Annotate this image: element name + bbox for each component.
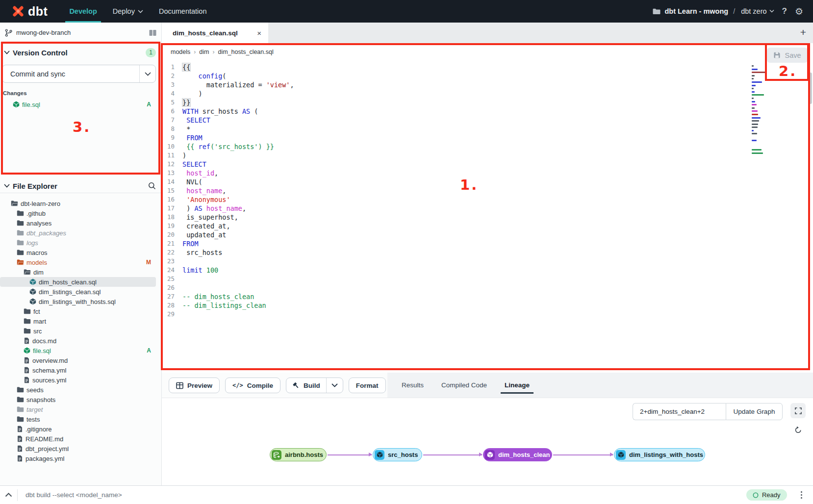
code-line[interactable]: 1{{ [162, 63, 745, 72]
code-line[interactable]: 26 [162, 283, 745, 292]
tab-lineage[interactable]: Lineage [504, 374, 531, 397]
file-tree-item[interactable]: mart [0, 316, 162, 326]
preview-button[interactable]: Preview [169, 378, 220, 393]
lineage-node-dim_hosts_clean[interactable]: dim_hosts_clean [483, 448, 552, 461]
code-line[interactable]: 2 config( [162, 72, 745, 80]
tab-compiled-code[interactable]: Compiled Code [440, 374, 488, 397]
file-tree-item[interactable]: target [0, 404, 162, 414]
fullscreen-button[interactable] [790, 403, 806, 418]
file-tree-item[interactable]: dim_hosts_clean.sql [0, 277, 156, 287]
file-tree-item[interactable]: file.sqlA [0, 346, 162, 355]
code-line[interactable]: 8 * [162, 125, 745, 133]
close-icon[interactable]: × [257, 29, 261, 37]
file-tree-item[interactable]: seeds [0, 385, 162, 395]
project-switcher[interactable]: dbt Learn - mwong / [653, 7, 736, 15]
nav-develop[interactable]: Develop [61, 0, 104, 23]
code-line[interactable]: 6WITH src_hosts AS ( [162, 107, 745, 116]
breadcrumb-file[interactable]: dim_hosts_clean.sql [218, 49, 273, 55]
save-button[interactable]: Save [767, 48, 808, 63]
code-line[interactable]: 21FROM [162, 239, 745, 248]
code-line[interactable]: 18 is_superhost, [162, 213, 745, 222]
file-tree-item[interactable]: snapshots [0, 395, 162, 404]
code-line[interactable]: 17 ) AS host_name, [162, 204, 745, 213]
code-line[interactable]: 15 host_name, [162, 186, 745, 195]
build-options-toggle[interactable] [326, 378, 343, 393]
file-tree-item[interactable]: docs.md [0, 336, 162, 346]
code-area[interactable]: 1{{2 config(3 materialized = 'view',4 )5… [162, 63, 745, 319]
breadcrumb-models[interactable]: models [171, 49, 190, 55]
new-tab-button[interactable]: + [800, 26, 806, 38]
file-tree-item[interactable]: schema.yml [0, 365, 162, 375]
code-line[interactable]: 4 ) [162, 89, 745, 98]
file-tree-item[interactable]: dim_listings_clean.sql [0, 287, 162, 297]
file-tree-item[interactable]: overview.md [0, 355, 162, 365]
format-button[interactable]: Format [349, 378, 386, 393]
file-tree-item[interactable]: logs [0, 238, 162, 248]
file-tree-item[interactable]: dim_listings_with_hosts.sql [0, 297, 162, 306]
lineage-node-dim_listings_with_hosts[interactable]: dim_listings_with_hosts [614, 448, 705, 461]
open-book-icon[interactable] [149, 29, 156, 36]
build-button[interactable]: Build [286, 378, 326, 393]
collapse-panel-icon[interactable] [5, 493, 12, 497]
tab-dim-hosts-clean[interactable]: dim_hosts_clean.sql × [162, 23, 268, 43]
branch-name[interactable]: mwong-dev-branch [16, 29, 71, 36]
file-tree-item[interactable]: packages.yml [0, 454, 162, 463]
code-line[interactable]: 14 NVL( [162, 177, 745, 186]
code-line[interactable]: 16 'Anonymous' [162, 195, 745, 204]
file-tree-item[interactable]: sources.yml [0, 375, 162, 385]
code-line[interactable]: 29 [162, 310, 745, 319]
file-tree-item[interactable]: modelsM [0, 257, 162, 267]
code-line[interactable]: 3 materialized = 'view', [162, 80, 745, 89]
code-line[interactable]: 12SELECT [162, 160, 745, 169]
breadcrumb-dim[interactable]: dim [199, 49, 209, 55]
code-line[interactable]: 11) [162, 151, 745, 160]
environment-switcher[interactable]: dbt zero [741, 7, 774, 15]
code-line[interactable]: 10 {{ ref('src_hosts') }} [162, 142, 745, 151]
lineage-node-airbnb-hosts[interactable]: airbnb.hosts [270, 448, 327, 461]
file-tree-item[interactable]: dbt-learn-zero [0, 199, 162, 208]
file-explorer-header[interactable]: File Explorer [0, 179, 162, 192]
code-line[interactable]: 28-- dim_listings_clean [162, 301, 745, 310]
reset-view-button[interactable] [790, 422, 806, 437]
gear-icon[interactable]: ⚙ [795, 6, 803, 17]
command-input[interactable]: dbt build --select <model_name> [25, 491, 746, 499]
update-graph-button[interactable]: Update Graph [726, 403, 783, 420]
code-line[interactable]: 20 updated_at [162, 230, 745, 239]
code-line[interactable]: 22 src_hosts [162, 248, 745, 257]
dbt-logo[interactable]: dbt [11, 4, 48, 19]
file-tree-item[interactable]: analyses [0, 218, 162, 228]
nav-deploy[interactable]: Deploy [105, 0, 151, 23]
file-tree-item[interactable]: src [0, 326, 162, 336]
code-line[interactable]: 24limit 100 [162, 266, 745, 275]
file-tree-item[interactable]: macros [0, 248, 162, 257]
tab-results[interactable]: Results [401, 374, 425, 397]
lineage-filter-input[interactable]: 2+dim_hosts_clean+2 [633, 403, 726, 420]
code-line[interactable]: 19 created_at, [162, 222, 745, 230]
editor-scrollbar[interactable] [809, 73, 812, 104]
code-line[interactable]: 9 FROM [162, 133, 745, 142]
file-tree-item[interactable]: .github [0, 208, 162, 218]
kebab-menu-icon[interactable] [801, 494, 803, 496]
minimap[interactable] [752, 65, 766, 159]
nav-documentation[interactable]: Documentation [151, 0, 215, 23]
file-tree-item[interactable]: tests [0, 414, 162, 424]
help-icon[interactable]: ? [779, 6, 790, 16]
file-tree-item[interactable]: dbt_project.yml [0, 444, 162, 454]
changed-file-row[interactable]: file.sql A [0, 99, 162, 110]
lineage-node-src_hosts[interactable]: src_hosts [373, 448, 422, 461]
code-line[interactable]: 23 [162, 257, 745, 266]
code-line[interactable]: 27-- dim_hosts_clean [162, 292, 745, 301]
file-tree-item[interactable]: fct [0, 306, 162, 316]
code-line[interactable]: 25 [162, 275, 745, 283]
commit-dropdown-toggle[interactable] [139, 65, 155, 82]
code-line[interactable]: 5}} [162, 98, 745, 107]
search-icon[interactable] [148, 182, 156, 190]
file-tree-item[interactable]: dim [0, 267, 162, 277]
file-tree-item[interactable]: dbt_packages [0, 228, 162, 238]
file-tree-item[interactable]: README.md [0, 434, 162, 444]
code-line[interactable]: 7 SELECT [162, 116, 745, 125]
version-control-header[interactable]: Version Control 1 [0, 47, 162, 58]
file-tree-item[interactable]: .gitignore [0, 424, 162, 434]
compile-button[interactable]: </> Compile [225, 378, 280, 393]
commit-and-sync-button[interactable]: Commit and sync [2, 65, 156, 83]
